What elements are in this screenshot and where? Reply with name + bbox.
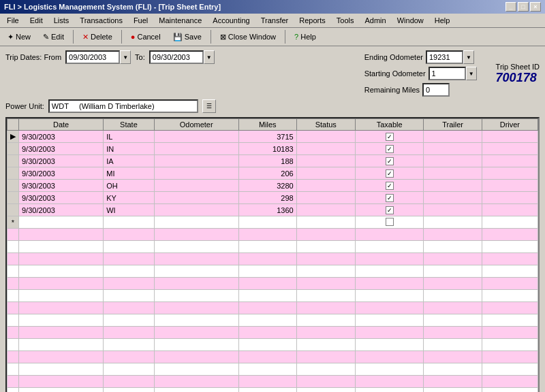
starting-odometer-arrow[interactable]: ▼ xyxy=(466,67,477,80)
cell-driver[interactable] xyxy=(482,155,538,167)
cell-taxable[interactable] xyxy=(355,167,424,180)
new-button[interactable]: ✦ New xyxy=(3,31,35,44)
menu-tools[interactable]: Tools xyxy=(332,15,358,26)
menu-fuel[interactable]: Fuel xyxy=(129,15,152,26)
cell-status[interactable] xyxy=(296,167,355,180)
cell-odometer[interactable] xyxy=(154,216,238,229)
menu-lists[interactable]: Lists xyxy=(50,15,74,26)
cell-trailer[interactable] xyxy=(424,180,482,192)
cell-trailer[interactable] xyxy=(424,131,482,143)
cell-miles[interactable]: 10183 xyxy=(238,143,296,155)
cell-miles[interactable]: 188 xyxy=(238,155,296,167)
cell-driver[interactable] xyxy=(482,204,538,216)
cell-state[interactable]: OH xyxy=(104,180,154,192)
cell-miles[interactable]: 3280 xyxy=(238,180,296,192)
menu-accounting[interactable]: Accounting xyxy=(208,15,253,26)
cell-status[interactable] xyxy=(296,180,355,192)
cell-state[interactable]: IL xyxy=(104,131,154,143)
taxable-checkbox[interactable] xyxy=(386,169,394,178)
cell-state[interactable]: WI xyxy=(104,204,154,216)
cell-miles[interactable]: 3715 xyxy=(238,131,296,143)
menu-window[interactable]: Window xyxy=(393,15,428,26)
cell-miles[interactable]: 206 xyxy=(238,167,296,180)
menu-help[interactable]: Help xyxy=(431,15,454,26)
menu-edit[interactable]: Edit xyxy=(26,15,47,26)
power-unit-input[interactable] xyxy=(48,99,198,113)
cell-trailer[interactable] xyxy=(424,192,482,204)
cell-trailer[interactable] xyxy=(424,155,482,167)
close-window-button[interactable]: ⊠ Close Window xyxy=(215,31,281,44)
cell-status[interactable] xyxy=(296,192,355,204)
cell-date[interactable]: 9/30/2003 xyxy=(19,180,104,192)
cell-trailer[interactable] xyxy=(424,143,482,155)
taxable-checkbox[interactable] xyxy=(386,206,394,214)
starting-odometer-input[interactable] xyxy=(429,67,466,80)
from-date-arrow[interactable]: ▼ xyxy=(120,50,131,64)
cell-taxable[interactable] xyxy=(355,131,424,143)
cell-odometer[interactable] xyxy=(154,180,238,192)
cell-date[interactable] xyxy=(19,216,104,229)
minimize-button[interactable]: _ xyxy=(505,2,516,12)
delete-button[interactable]: ✕ Delete xyxy=(78,31,117,44)
taxable-checkbox[interactable] xyxy=(386,145,394,153)
cell-state[interactable]: IN xyxy=(104,143,154,155)
cell-miles[interactable]: 1360 xyxy=(238,204,296,216)
menu-maintenance[interactable]: Maintenance xyxy=(155,15,206,26)
cell-taxable[interactable] xyxy=(355,216,424,229)
cell-driver[interactable] xyxy=(482,216,538,229)
cell-taxable[interactable] xyxy=(355,204,424,216)
cell-state[interactable]: KY xyxy=(104,192,154,204)
cell-date[interactable]: 9/30/2003 xyxy=(19,131,104,143)
cell-date[interactable]: 9/30/2003 xyxy=(19,204,104,216)
from-date-input[interactable] xyxy=(65,50,120,64)
cell-date[interactable]: 9/30/2003 xyxy=(19,155,104,167)
save-button[interactable]: 💾 Save xyxy=(168,31,206,44)
to-date-input[interactable] xyxy=(149,50,204,64)
cell-driver[interactable] xyxy=(482,131,538,143)
menu-reports[interactable]: Reports xyxy=(295,15,330,26)
cell-taxable[interactable] xyxy=(355,155,424,167)
cell-trailer[interactable] xyxy=(424,204,482,216)
to-date-arrow[interactable]: ▼ xyxy=(204,50,215,64)
taxable-checkbox[interactable] xyxy=(386,157,394,165)
cell-status[interactable] xyxy=(296,143,355,155)
taxable-checkbox[interactable] xyxy=(386,133,394,141)
cell-status[interactable] xyxy=(296,155,355,167)
remaining-miles-input[interactable] xyxy=(422,83,450,97)
cell-driver[interactable] xyxy=(482,143,538,155)
close-button[interactable]: × xyxy=(530,2,541,12)
taxable-checkbox[interactable] xyxy=(386,182,394,190)
edit-button[interactable]: ✎ Edit xyxy=(38,31,69,44)
cell-odometer[interactable] xyxy=(154,167,238,180)
cell-status[interactable] xyxy=(296,204,355,216)
cell-taxable[interactable] xyxy=(355,192,424,204)
cell-odometer[interactable] xyxy=(154,192,238,204)
taxable-checkbox-empty[interactable] xyxy=(386,218,394,226)
cell-date[interactable]: 9/30/2003 xyxy=(19,143,104,155)
cell-date[interactable]: 9/30/2003 xyxy=(19,167,104,180)
cell-driver[interactable] xyxy=(482,180,538,192)
cell-odometer[interactable] xyxy=(154,143,238,155)
cell-date[interactable]: 9/30/2003 xyxy=(19,192,104,204)
cell-driver[interactable] xyxy=(482,167,538,180)
menu-transactions[interactable]: Transactions xyxy=(76,15,127,26)
cancel-button[interactable]: ● Cancel xyxy=(126,31,166,43)
menu-file[interactable]: File xyxy=(3,15,23,26)
cell-driver[interactable] xyxy=(482,192,538,204)
restore-button[interactable]: □ xyxy=(518,2,529,12)
taxable-checkbox[interactable] xyxy=(386,194,394,202)
power-unit-list-button[interactable]: ☰ xyxy=(202,99,216,113)
ending-odometer-input[interactable] xyxy=(426,50,463,64)
cell-trailer[interactable] xyxy=(424,216,482,229)
cell-state[interactable] xyxy=(104,216,154,229)
cell-status[interactable] xyxy=(296,131,355,143)
menu-transfer[interactable]: Transfer xyxy=(257,15,293,26)
cell-trailer[interactable] xyxy=(424,167,482,180)
cell-miles[interactable] xyxy=(238,216,296,229)
cell-miles[interactable]: 298 xyxy=(238,192,296,204)
menu-admin[interactable]: Admin xyxy=(361,15,390,26)
cell-state[interactable]: IA xyxy=(104,155,154,167)
cell-status[interactable] xyxy=(296,216,355,229)
cell-taxable[interactable] xyxy=(355,180,424,192)
cell-state[interactable]: MI xyxy=(104,167,154,180)
